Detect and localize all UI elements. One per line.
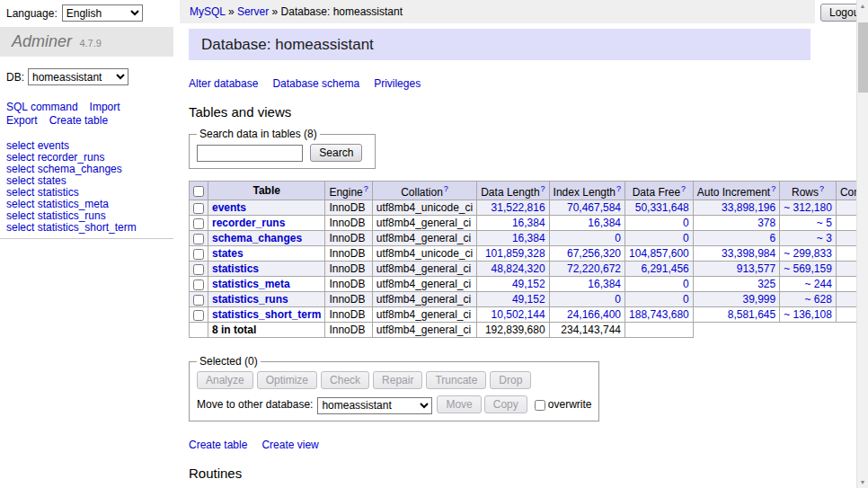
row-checkbox-statistics[interactable] [193, 264, 204, 275]
value-link-rows[interactable]: ~ 3 [817, 232, 832, 244]
value-link-index_length[interactable]: 24,166,400 [567, 308, 621, 321]
column-help-icon[interactable]: ? [541, 184, 545, 193]
value-link-auto_increment[interactable]: 33,398,984 [722, 247, 775, 260]
column-help-icon[interactable]: ? [444, 184, 448, 193]
sidebar-select-statistics-short-term[interactable]: select statistics_short_term [6, 222, 173, 234]
analyze-button[interactable]: Analyze [197, 371, 253, 389]
move-db-select[interactable]: homeassistant [317, 397, 432, 414]
value-link-data_free[interactable]: 0 [683, 217, 689, 229]
drop-button[interactable]: Drop [490, 371, 531, 389]
sidebar-link-create-table[interactable]: Create table [49, 114, 108, 127]
value-link-data_free[interactable]: 188,743,680 [629, 308, 689, 321]
column-help-icon[interactable]: ? [616, 184, 621, 193]
value-link-rows[interactable]: ~ 299,833 [784, 247, 832, 260]
row-checkbox-events[interactable] [193, 203, 204, 214]
value-link-data_free[interactable]: 50,331,648 [635, 201, 689, 214]
table-link-recorder_runs[interactable]: recorder_runs [212, 217, 285, 229]
scrollbar-up-arrow-icon[interactable]: ▲ [857, 0, 868, 12]
value-link-rows[interactable]: ~ 628 [805, 293, 832, 306]
value-link-auto_increment[interactable]: 39,999 [742, 293, 775, 306]
value-link-index_length[interactable]: 72,220,672 [567, 262, 621, 275]
value-link-data_length[interactable]: 10,502,144 [492, 308, 545, 321]
table-link-statistics_short_term[interactable]: statistics_short_term [212, 308, 321, 321]
value-link-index_length[interactable]: 0 [615, 232, 621, 244]
column-help-icon[interactable]: ? [819, 184, 824, 193]
value-link-auto_increment[interactable]: 325 [757, 278, 775, 290]
overwrite-checkbox[interactable] [535, 400, 545, 411]
value-link-data_length[interactable]: 49,152 [512, 293, 545, 306]
privileges-link[interactable]: Privileges [374, 77, 421, 90]
command-links: SQL commandImportExportCreate table [6, 101, 173, 128]
row-checkbox-states[interactable] [193, 249, 204, 260]
value-link-data_free[interactable]: 104,857,600 [629, 247, 689, 260]
search-button[interactable]: Search [310, 144, 362, 162]
value-link-data_length[interactable]: 31,522,816 [492, 201, 545, 214]
scrollbar[interactable]: ▲ ▼ [856, 0, 868, 488]
value-link-rows[interactable]: ~ 136,108 [784, 308, 832, 321]
value-link-data_free[interactable]: 0 [683, 232, 689, 244]
cell-engine: InnoDB [325, 200, 372, 216]
sidebar-link-import[interactable]: Import [90, 101, 120, 113]
column-help-icon[interactable]: ? [364, 184, 368, 193]
value-link-data_free[interactable]: 6,291,456 [641, 262, 688, 275]
value-link-rows[interactable]: ~ 244 [805, 278, 832, 290]
value-link-rows[interactable]: ~ 569,159 [784, 262, 832, 275]
select-all-checkbox[interactable] [193, 186, 204, 197]
value-link-auto_increment[interactable]: 378 [757, 217, 775, 229]
move-button[interactable]: Move [437, 395, 481, 413]
value-link-auto_increment[interactable]: 913,577 [737, 262, 775, 275]
row-checkbox-statistics_meta[interactable] [193, 279, 204, 290]
cell-collation: utf8mb4_general_ci [372, 216, 476, 231]
database-schema-link[interactable]: Database schema [272, 77, 359, 90]
cell-data_free: 188,743,680 [625, 307, 694, 323]
create-table-link[interactable]: Create table [189, 439, 247, 451]
create-view-link[interactable]: Create view [261, 439, 318, 451]
optimize-button[interactable]: Optimize [257, 371, 317, 389]
row-checkbox-statistics_short_term[interactable] [193, 310, 204, 321]
value-link-rows[interactable]: ~ 312,180 [784, 201, 832, 214]
table-link-events[interactable]: events [212, 201, 246, 214]
value-link-data_length[interactable]: 101,859,328 [485, 247, 545, 260]
value-link-rows[interactable]: ~ 5 [817, 217, 832, 229]
table-link-statistics_runs[interactable]: statistics_runs [212, 293, 288, 306]
value-link-auto_increment[interactable]: 33,898,196 [722, 201, 775, 214]
value-link-data_length[interactable]: 16,384 [512, 217, 545, 229]
value-link-data_free[interactable]: 0 [683, 293, 689, 306]
column-help-icon[interactable]: ? [771, 184, 775, 193]
adminer-logo[interactable]: Adminer [12, 32, 72, 50]
column-help-icon[interactable]: ? [681, 184, 686, 193]
row-checkbox-statistics_runs[interactable] [193, 295, 204, 306]
value-link-index_length[interactable]: 16,384 [588, 278, 621, 290]
db-select[interactable]: homeassistant [28, 68, 128, 85]
alter-database-link[interactable]: Alter database [189, 77, 258, 90]
breadcrumb-link-server[interactable]: Server [237, 5, 269, 18]
value-link-index_length[interactable]: 0 [615, 293, 621, 306]
sidebar-link-export[interactable]: Export [6, 114, 38, 127]
value-link-data_length[interactable]: 48,824,320 [492, 262, 545, 275]
value-link-index_length[interactable]: 16,384 [588, 217, 621, 229]
table-link-statistics_meta[interactable]: statistics_meta [212, 278, 290, 290]
search-input[interactable] [197, 145, 303, 162]
value-link-index_length[interactable]: 67,256,320 [567, 247, 621, 260]
table-link-statistics[interactable]: statistics [212, 262, 259, 275]
value-link-auto_increment[interactable]: 8,581,645 [728, 308, 775, 321]
copy-button[interactable]: Copy [484, 395, 527, 413]
scrollbar-thumb[interactable] [858, 22, 868, 93]
value-link-data_length[interactable]: 49,152 [512, 278, 545, 290]
scrollbar-down-arrow-icon[interactable]: ▼ [857, 476, 868, 488]
repair-button[interactable]: Repair [373, 371, 422, 389]
sidebar-link-sql-command[interactable]: SQL command [6, 101, 78, 113]
row-checkbox-schema_changes[interactable] [193, 234, 204, 244]
row-checkbox-recorder_runs[interactable] [193, 218, 204, 229]
truncate-button[interactable]: Truncate [426, 371, 486, 389]
language-select[interactable]: English [62, 4, 143, 22]
value-link-index_length[interactable]: 70,467,584 [567, 201, 621, 214]
table-link-schema_changes[interactable]: schema_changes [212, 232, 302, 244]
breadcrumb-link-mysql[interactable]: MySQL [190, 5, 226, 18]
check-button[interactable]: Check [321, 371, 369, 389]
value-link-auto_increment[interactable]: 6 [769, 232, 775, 244]
table-row-schema_changes: schema_changesInnoDButf8mb4_general_ci16… [190, 231, 868, 246]
value-link-data_free[interactable]: 0 [683, 278, 689, 290]
table-link-states[interactable]: states [212, 247, 244, 260]
value-link-data_length[interactable]: 16,384 [512, 232, 545, 244]
